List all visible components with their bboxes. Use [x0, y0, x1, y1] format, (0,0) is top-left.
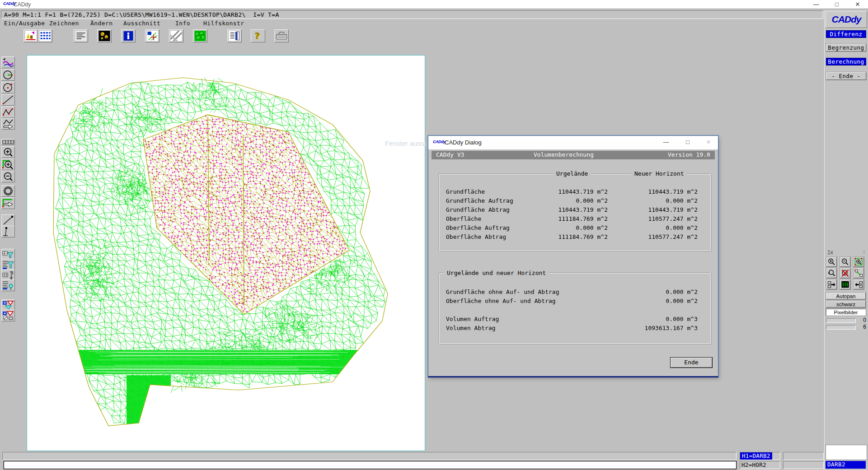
dialog-titlebar[interactable]: CADdy CADdy Dialog — □ ✕: [428, 136, 718, 149]
dialog-minimize-button[interactable]: —: [657, 136, 676, 149]
line-icon[interactable]: [1, 94, 15, 106]
zoom-panel-close[interactable]: x: [863, 249, 866, 255]
counter-slider-1[interactable]: [826, 318, 856, 323]
dialog-close-button[interactable]: ✕: [699, 136, 718, 149]
polyline-arrow-icon[interactable]: [1, 118, 15, 130]
menu-ausschnitt[interactable]: Ausschnitt: [123, 20, 160, 27]
zoom-window-icon[interactable]: [1, 158, 15, 170]
drawing-canvas[interactable]: [27, 56, 425, 451]
hatch-roads-icon[interactable]: [169, 29, 183, 42]
status-cell-1: [783, 452, 824, 460]
zoom-in-icon[interactable]: [1, 146, 15, 158]
window-minimize-button[interactable]: —: [806, 0, 826, 9]
sidebar-item-differenz[interactable]: Differenz: [826, 30, 866, 38]
table-row: Oberfläche Auftrag 0.000 m^2 0.000 m^2: [439, 224, 710, 232]
window-titlebar: CADdy CADdy — □ ✕: [0, 0, 868, 9]
perpendicular-icon[interactable]: [1, 226, 15, 237]
polyline-icon[interactable]: [1, 106, 15, 118]
caddy-logo-icon: CADdy: [433, 140, 446, 144]
menu-ein-ausgabe[interactable]: Ein/Ausgabe: [4, 20, 45, 27]
column-header-neuer-horizont: Neuer Horizont: [631, 170, 687, 177]
group-surfaces: Urgelände Neuer Horizont Grundfläche 110…: [439, 173, 711, 251]
circle-center-icon[interactable]: [1, 82, 15, 93]
dialog-title: CADdy Dialog: [445, 139, 482, 146]
zoom-window-icon[interactable]: [854, 257, 864, 267]
info-icon[interactable]: [121, 29, 136, 42]
point-grid-icon[interactable]: [38, 29, 52, 42]
zoom-panel: 1x x Autopan schwarz Pixelbilder 0 6: [825, 249, 867, 333]
line-endpoint-icon[interactable]: [1, 214, 15, 226]
terrain-mesh-icon[interactable]: [193, 29, 207, 42]
freehand-curve-icon[interactable]: [1, 56, 15, 68]
dialog-header-version: Version 19.0: [668, 151, 710, 159]
group-volumes-legend: Urgelände und neuer Horizont: [444, 270, 549, 276]
screen-invert-icon[interactable]: [840, 279, 850, 289]
column-header-urgelaende: Urgelände: [553, 170, 591, 177]
autopan-button[interactable]: Autopan: [826, 293, 866, 299]
zoom-out-icon[interactable]: [1, 171, 15, 182]
right-sidebar: CADdy Differenz Begrenzung Berechnung - …: [824, 10, 868, 470]
counter-value-1: 0: [858, 317, 866, 323]
zoom-out-icon[interactable]: [840, 257, 850, 267]
sidebar-item-ende[interactable]: - Ende -: [826, 72, 866, 80]
sidebar-list-box: [826, 445, 867, 460]
zoom-in-icon[interactable]: [826, 257, 837, 267]
schwarz-button[interactable]: schwarz: [826, 301, 866, 307]
horizon2-field: H2=HOR2: [740, 461, 780, 469]
table-row: Oberfläche Abtrag 111184.769 m^2 110577.…: [439, 233, 710, 241]
window-maximize-button[interactable]: □: [826, 0, 847, 9]
status-line: A=90 M=1:1 F=1 B=(726,725) D=C:\USERS\MW…: [1, 10, 823, 19]
site-map-icon[interactable]: [145, 29, 160, 42]
command-input[interactable]: [4, 461, 737, 469]
svg-text:?: ?: [254, 31, 260, 41]
circle-radius-icon[interactable]: [1, 69, 15, 81]
zoom-cancel-icon[interactable]: [840, 268, 850, 278]
table-row: Volumen Auftrag 0.000 m^3: [439, 316, 710, 323]
circle-outline-icon[interactable]: [1, 185, 15, 197]
shift-left-icon[interactable]: [854, 279, 864, 289]
help-icon[interactable]: ??: [251, 29, 265, 42]
caddy-dialog: CADdy CADdy Dialog — □ ✕ CADdy V3 Volume…: [428, 135, 718, 377]
table-row: Grundfläche Auftrag 0.000 m^2 0.000 m^2: [439, 197, 710, 205]
text-lines-icon[interactable]: [74, 29, 88, 42]
active-drawing-badge: DARB2: [826, 461, 866, 469]
menu-aendern[interactable]: Ändern: [90, 20, 113, 27]
section-table-icon[interactable]: [1, 139, 15, 145]
zoom-previous-icon[interactable]: [826, 268, 837, 278]
ende-button[interactable]: Ende: [670, 357, 713, 368]
dialog-header-product: CADdy V3: [436, 151, 464, 159]
dialog-header-function: Volumenberechnung: [534, 151, 594, 159]
table-row: Volumen Abtrag 1093613.167 m^3: [439, 325, 710, 332]
layer-delete-icon[interactable]: [1, 310, 15, 321]
menu-zeichnen[interactable]: Zeichnen: [49, 20, 79, 27]
status-bar: [2, 452, 737, 460]
sidebar-item-berechnung[interactable]: Berechnung: [826, 58, 866, 65]
caddy-logo: CADdy: [826, 11, 867, 28]
counter-value-2: 6: [858, 324, 866, 330]
window-close-button[interactable]: ✕: [847, 0, 868, 9]
drawing-viewport: Fenster ausschneiden: [27, 55, 425, 451]
pixelbilder-button[interactable]: Pixelbilder: [826, 309, 866, 316]
keyboard-icon[interactable]: [274, 29, 289, 42]
filter-document-icon[interactable]: [1, 259, 15, 270]
measure-line-icon[interactable]: [854, 268, 864, 278]
table-row: Oberfläche 111184.769 m^2 110577.247 m^2: [439, 215, 710, 223]
main-toolbar: ??: [0, 28, 824, 44]
draw-settings-icon[interactable]: [23, 29, 38, 42]
counter-slider-2[interactable]: [826, 325, 856, 330]
pin-document-icon[interactable]: [1, 279, 15, 291]
menu-hilfskonstr[interactable]: Hilfskonstr: [203, 20, 244, 27]
night-plan-icon[interactable]: [97, 29, 112, 42]
sidebar-item-begrenzung[interactable]: Begrenzung: [826, 44, 866, 51]
table-row: Grundfläche Abtrag 110443.719 m^2 110443…: [439, 206, 710, 214]
status-cell-2: [783, 461, 824, 469]
table-row: Grundfläche 110443.719 m^2 110443.719 m^…: [439, 188, 710, 195]
dialog-maximize-button[interactable]: □: [678, 136, 697, 149]
window-columns-icon[interactable]: [227, 29, 242, 42]
table-row: Grundfläche ohne Auf- und Abtrag 0.000 m…: [439, 289, 710, 296]
menu-info[interactable]: Info: [175, 20, 190, 27]
pan-view-icon[interactable]: [1, 197, 15, 209]
shift-right-icon[interactable]: [826, 279, 837, 289]
window-title: CADdy: [14, 1, 31, 8]
horizon1-field: H1=DARB2: [740, 452, 780, 460]
